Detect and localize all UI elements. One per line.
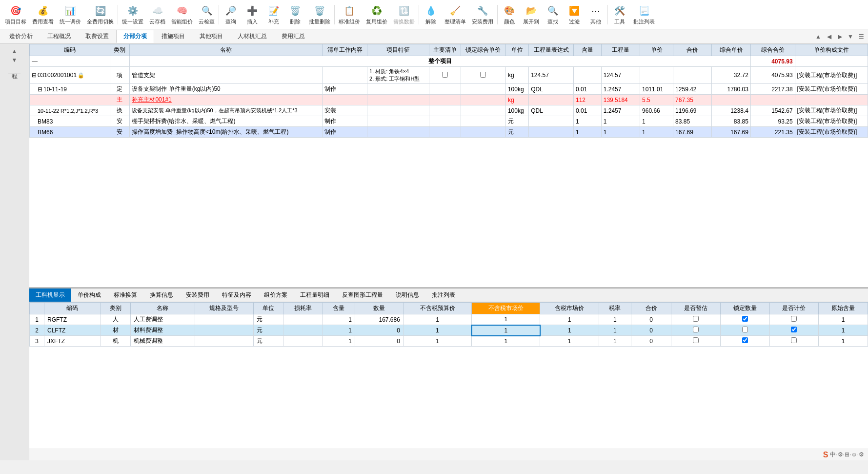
sidebar-item-project[interactable]: 程 bbox=[8, 65, 20, 74]
toolbar-search[interactable]: 🔍 查找 bbox=[542, 3, 564, 26]
toolbar-unified-settings[interactable]: ⚙️ 统一设置 bbox=[119, 3, 146, 26]
toolbar-smart-group[interactable]: 🧠 智能组价 bbox=[168, 3, 196, 26]
toolbar-replace-data[interactable]: 🔃 替换数据 bbox=[390, 3, 418, 26]
sidebar-nav-down[interactable]: ▼ bbox=[12, 57, 18, 63]
toolbar-unified-adjust[interactable]: 📊 统一调价 bbox=[57, 3, 84, 26]
row-lock-qty[interactable] bbox=[720, 325, 769, 336]
row-estimate[interactable] bbox=[671, 336, 721, 347]
bottom-tab-annotation[interactable]: 批注列表 bbox=[425, 289, 462, 302]
main-list-checkbox[interactable] bbox=[442, 72, 448, 78]
nav-arrows: ▲ ◀ ▶ ▼ ☰ bbox=[813, 32, 866, 41]
tab-fee-summary[interactable]: 费用汇总 bbox=[274, 30, 312, 43]
toolbar-color[interactable]: 🎨 颜色 bbox=[499, 3, 520, 26]
bottom-tab-group-plan[interactable]: 组价方案 bbox=[258, 289, 294, 302]
toolbar-batch-list[interactable]: 📃 批注列表 bbox=[630, 3, 658, 26]
bottom-tab-reverse-check[interactable]: 反查图形工程量 bbox=[336, 289, 389, 302]
nav-right-arrow[interactable]: ▶ bbox=[835, 32, 845, 41]
estimate-checkbox[interactable] bbox=[693, 316, 699, 322]
tab-other-items[interactable]: 其他项目 bbox=[192, 30, 230, 43]
bottom-tab-standard-conversion[interactable]: 标准换算 bbox=[107, 289, 143, 302]
row-loss bbox=[283, 325, 323, 336]
bottom-tab-unit-composition[interactable]: 单价构成 bbox=[71, 289, 107, 302]
toolbar-clean-list[interactable]: 🧹 整理清单 bbox=[442, 3, 469, 26]
toolbar-batch-delete[interactable]: 🗑️ 批量删除 bbox=[306, 3, 333, 26]
estimate-checkbox[interactable] bbox=[693, 327, 699, 332]
tab-cost-analysis[interactable]: 遗价分析 bbox=[2, 30, 40, 43]
table-row[interactable]: BM83 安 棚手架搭拆费(给排水、采暖、燃气工程) 制作 元 1 1 1 83… bbox=[30, 116, 868, 127]
toolbar-supplement[interactable]: 📝 补充 bbox=[263, 3, 284, 26]
row-main-list bbox=[429, 84, 461, 95]
toolbar-fee-check[interactable]: 💰 费用查看 bbox=[29, 3, 57, 26]
table-row[interactable]: BM66 安 操作高度增加费_操作物高度<10m(给排水、采暖、燃气工程) 制作… bbox=[30, 127, 868, 138]
row-priced[interactable] bbox=[769, 336, 819, 347]
toolbar-cloud-store[interactable]: ☁️ 云存档 bbox=[146, 3, 168, 26]
estimate-checkbox[interactable] bbox=[693, 337, 699, 343]
row-category: 主 bbox=[110, 95, 130, 105]
toolbar-expand[interactable]: 📂 展开到 bbox=[520, 3, 542, 26]
toolbar-reuse-group[interactable]: ♻️ 复用组价 bbox=[363, 3, 390, 26]
toolbar-other[interactable]: ⋯ 其他 bbox=[585, 3, 606, 26]
priced-checkbox[interactable] bbox=[791, 316, 797, 322]
bottom-tab-install-fee[interactable]: 安装费用 bbox=[180, 289, 216, 302]
toolbar-project-target[interactable]: 🎯 项目目标 bbox=[2, 3, 29, 26]
toolbar-insert[interactable]: ➕ 插入 bbox=[242, 3, 263, 26]
lock-qty-checkbox[interactable] bbox=[742, 327, 748, 332]
expand-label: 展开到 bbox=[523, 18, 539, 25]
bottom-tab-description[interactable]: 说明信息 bbox=[389, 289, 425, 302]
priced-checkbox[interactable] bbox=[791, 327, 797, 332]
bottom-table-row[interactable]: 2 CLFTZ 材 材料费调整 元 1 0 1 1 1 1 bbox=[30, 325, 868, 336]
toolbar-install-fee[interactable]: 🔧 安装费用 bbox=[469, 3, 496, 26]
row-main-list[interactable] bbox=[429, 67, 461, 84]
table-row[interactable]: — 整个项目 4075.93 bbox=[30, 56, 868, 67]
toolbar-full-fee-switch[interactable]: 🔄 全费用切换 bbox=[84, 3, 117, 26]
toolbar-standard-group[interactable]: 📋 标准组价 bbox=[336, 3, 363, 26]
toolbar-filter[interactable]: 🔽 过滤 bbox=[564, 3, 585, 26]
table-row[interactable]: ⊟031002001001🔒 项 管道支架 1. 材质: 角铁4×4 2. 形式… bbox=[30, 67, 868, 84]
toolbar-dissolve[interactable]: 💧 解除 bbox=[420, 3, 442, 26]
bottom-content[interactable]: 编码 类别 名称 规格及型号 单位 损耗率 含量 数量 不含税预算价 不含税市场… bbox=[29, 302, 868, 449]
lock-qty-checkbox[interactable] bbox=[742, 337, 748, 343]
toolbar-query[interactable]: 🔎 查询 bbox=[220, 3, 242, 26]
toolbar-cloud-check[interactable]: 🔍 云检查 bbox=[196, 3, 218, 26]
tab-section-items[interactable]: 分部分项 bbox=[116, 30, 154, 43]
main-table-area[interactable]: 编码 类别 名称 清单工作内容 项目特征 主要清单 锁定综合单价 单位 工程量表… bbox=[29, 44, 868, 288]
row-lock-qty[interactable] bbox=[720, 336, 769, 347]
nav-up-arrow[interactable]: ▲ bbox=[813, 32, 823, 41]
tab-fee-settings[interactable]: 取费设置 bbox=[78, 30, 116, 43]
row-priced[interactable] bbox=[769, 314, 819, 325]
tab-measures[interactable]: 措施项目 bbox=[154, 30, 192, 43]
row-qty: 1 bbox=[601, 116, 640, 127]
lock-price-checkbox[interactable] bbox=[480, 72, 486, 78]
bottom-tab-labor-machine[interactable]: 工料机显示 bbox=[29, 289, 71, 302]
bottom-table-row[interactable]: 3 JXFTZ 机 机械费调整 元 1 0 1 1 1 1 bbox=[30, 336, 868, 347]
row-priced[interactable] bbox=[769, 325, 819, 336]
priced-checkbox[interactable] bbox=[791, 337, 797, 343]
row-estimate[interactable] bbox=[671, 325, 721, 336]
nav-down-arrow[interactable]: ▼ bbox=[846, 32, 855, 41]
nav-menu-arrow[interactable]: ☰ bbox=[856, 32, 866, 41]
row-market-price[interactable]: 1 bbox=[472, 325, 540, 336]
table-row[interactable]: 主 补充主材001#1 kg 112 139.5184 5.5 767.35 bbox=[30, 95, 868, 105]
lock-qty-checkbox[interactable] bbox=[742, 316, 748, 322]
sidebar-nav-up[interactable]: ▲ bbox=[12, 48, 18, 55]
bottom-tab-conversion-info[interactable]: 换算信息 bbox=[143, 289, 180, 302]
row-expand[interactable]: — bbox=[30, 56, 110, 67]
table-row[interactable]: 10-11-22 R*1.2,J*1.2,R*3 换 设备支架安装 单件重量(k… bbox=[30, 105, 868, 116]
tab-project-overview[interactable]: 工程概况 bbox=[40, 30, 78, 43]
toolbar-tools[interactable]: 🛠️ 工具 bbox=[609, 3, 630, 26]
bottom-table-row[interactable]: 1 RGFTZ 人 人工费调整 元 1 167.686 1 1 1 bbox=[30, 314, 868, 325]
row-estimate[interactable] bbox=[671, 314, 721, 325]
bottom-col-content: 含量 bbox=[323, 303, 355, 314]
row-feature bbox=[367, 84, 429, 95]
col-header-composite-unit: 综合单价 bbox=[712, 44, 750, 56]
row-content bbox=[574, 67, 602, 84]
tab-materials-summary[interactable]: 人材机汇总 bbox=[230, 30, 274, 43]
bottom-tab-qty-detail[interactable]: 工程量明细 bbox=[294, 289, 336, 302]
row-lock-qty[interactable] bbox=[720, 314, 769, 325]
bottom-tab-features-content[interactable]: 特征及内容 bbox=[216, 289, 258, 302]
row-lock-price[interactable] bbox=[461, 67, 506, 84]
nav-left-arrow[interactable]: ◀ bbox=[824, 32, 834, 41]
table-row[interactable]: ⊟10-11-19 定 设备支架制作 单件重量(kg以内)50 制作 100kg… bbox=[30, 84, 868, 95]
smart-group-label: 智能组价 bbox=[171, 18, 193, 25]
toolbar-delete[interactable]: 🗑️ 删除 bbox=[284, 3, 306, 26]
